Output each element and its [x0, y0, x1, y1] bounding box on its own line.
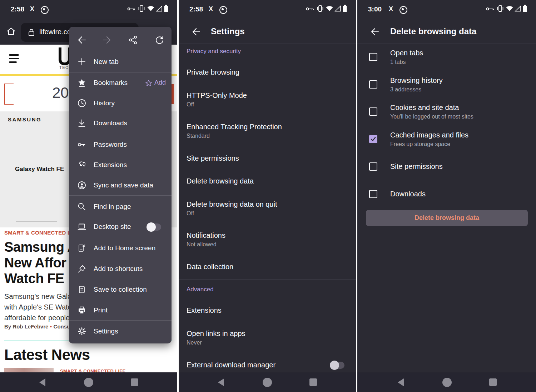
settings-screen: 2:58 X Settings Privacy and security Pri…	[179, 0, 356, 392]
article-kicker[interactable]: SMART & CONNECTED L	[4, 230, 71, 236]
article-headline-line2[interactable]: New Affor	[4, 255, 66, 271]
android-navbar	[0, 372, 177, 392]
checkbox-browsing-history[interactable]	[369, 80, 377, 89]
home-button[interactable]	[6, 26, 16, 36]
article-headline-line1[interactable]: Samsung A	[4, 239, 77, 255]
menu-divider	[69, 72, 172, 72]
menu-item-settings[interactable]: Settings	[69, 323, 172, 339]
settings-item-delete-browsing-data[interactable]: Delete browsing data	[187, 177, 254, 185]
delete-item-browsing-history[interactable]: Browsing history3 addresses	[390, 76, 443, 93]
settings-item-https-only[interactable]: HTTPS-Only ModeOff	[187, 91, 247, 108]
refresh-button[interactable]	[154, 35, 164, 45]
android-recents-button[interactable]	[131, 378, 138, 386]
android-recents-button[interactable]	[489, 378, 497, 386]
next-article-kicker: SMART & CONNECTED LIFE	[60, 368, 126, 372]
menu-item-find-in-page[interactable]: Find in page	[69, 199, 172, 215]
add-bookmark-button[interactable]: Add	[154, 79, 166, 86]
settings-item-open-links[interactable]: Open links in appsNever	[187, 330, 245, 346]
battery-status-icon	[522, 4, 527, 13]
android-home-button[interactable]	[84, 378, 93, 387]
menu-item-add-to-home[interactable]: Add to Home screen	[69, 240, 172, 256]
checkbox-downloads[interactable]	[369, 190, 377, 198]
search-icon	[77, 202, 86, 211]
back-button[interactable]	[191, 27, 201, 37]
settings-item-tracking-protection[interactable]: Enhanced Tracking ProtectionStandard	[187, 123, 282, 139]
article-body-line1: Samsung's new Galaxy	[4, 291, 79, 302]
android-navbar	[357, 372, 536, 392]
menu-item-desktop-site[interactable]: Desktop site	[69, 219, 172, 235]
menu-item-bookmarks[interactable]: Bookmarks Add	[69, 75, 172, 91]
settings-item-data-collection[interactable]: Data collection	[187, 263, 233, 271]
byline-author[interactable]: By Rob LeFebvre	[4, 323, 48, 330]
article-body-line2: with Apple's SE Watch	[4, 302, 75, 312]
android-back-button[interactable]	[38, 378, 46, 387]
key-status-icon	[486, 6, 495, 11]
next-article-row[interactable]: SMART & CONNECTED LIFE	[0, 368, 177, 372]
menu-item-downloads[interactable]: Downloads	[69, 115, 172, 131]
menu-item-new-tab[interactable]: New tab	[69, 54, 172, 70]
delete-item-downloads[interactable]: Downloads	[390, 190, 426, 198]
delete-item-cookies[interactable]: Cookies and site dataYou'll be logged ou…	[390, 104, 473, 120]
image-caption-line	[16, 221, 57, 222]
checkbox-cookies[interactable]	[369, 107, 377, 116]
menu-divider	[69, 320, 172, 321]
checkbox-cached-images[interactable]	[369, 135, 377, 143]
settings-item-site-permissions[interactable]: Site permissions	[187, 154, 239, 162]
menu-item-extensions[interactable]: Extensions	[69, 157, 172, 173]
product-name: Galaxy Watch FE	[15, 166, 64, 173]
desktop-site-toggle[interactable]	[148, 223, 161, 231]
hamburger-menu-icon[interactable]	[9, 54, 19, 56]
checkbox-site-permissions[interactable]	[369, 162, 377, 171]
add-bookmark-star-icon[interactable]	[145, 79, 153, 87]
delete-item-site-permissions[interactable]: Site permissions	[390, 162, 443, 171]
android-back-button[interactable]	[397, 378, 405, 387]
forward-button[interactable]	[102, 35, 112, 45]
menu-item-add-to-shortcuts[interactable]: Add to shortcuts	[69, 261, 172, 277]
settings-item-external-download-manager[interactable]: External download manager	[187, 361, 276, 369]
lock-icon	[27, 28, 36, 37]
settings-item-extensions[interactable]: Extensions	[187, 306, 222, 315]
battery-status-icon	[342, 4, 347, 13]
app-notification-icon	[399, 6, 407, 14]
collection-doc-icon	[77, 285, 86, 294]
printer-icon	[77, 306, 86, 315]
android-back-button[interactable]	[217, 378, 225, 387]
cell-signal-status-icon	[334, 5, 341, 12]
settings-item-private-browsing[interactable]: Private browsing	[187, 68, 239, 76]
checkbox-open-tabs[interactable]	[369, 53, 377, 61]
vibrate-status-icon	[317, 5, 324, 12]
menu-divider	[69, 195, 172, 196]
back-button[interactable]	[369, 27, 379, 37]
menu-item-save-to-collection[interactable]: Save to collection	[69, 282, 172, 297]
android-navbar	[179, 372, 356, 392]
checkmark-icon	[370, 136, 377, 142]
menu-item-history[interactable]: History	[69, 95, 172, 111]
article-headline-line3[interactable]: Watch FE	[4, 271, 64, 286]
key-status-icon	[127, 6, 136, 11]
back-button[interactable]	[76, 35, 86, 45]
android-recents-button[interactable]	[309, 378, 317, 386]
menu-item-print[interactable]: Print	[69, 302, 172, 318]
delete-item-open-tabs[interactable]: Open tabs1 tabs	[390, 49, 423, 65]
share-button[interactable]	[128, 35, 138, 45]
status-time: 2:58	[11, 5, 24, 13]
external-download-manager-toggle[interactable]	[331, 362, 344, 369]
delete-browsing-data-button[interactable]: Delete browsing data	[366, 210, 528, 226]
header-divider	[179, 44, 356, 44]
android-home-button[interactable]	[442, 378, 452, 387]
menu-item-sync[interactable]: Sync and save data	[69, 177, 172, 193]
key-icon	[77, 140, 86, 149]
headline-bracket-right	[172, 84, 174, 104]
wifi-status-icon	[506, 5, 513, 12]
android-home-button[interactable]	[263, 378, 272, 387]
menu-item-passwords[interactable]: Passwords	[69, 137, 172, 152]
settings-item-delete-on-quit[interactable]: Delete browsing data on quitOff	[187, 200, 277, 217]
settings-item-notifications[interactable]: NotificationsNot allowed	[187, 231, 225, 248]
bookmark-star-icon	[77, 78, 86, 87]
article-thumbnail	[4, 368, 54, 372]
latest-news-heading: Latest News	[4, 346, 90, 363]
cell-signal-status-icon	[155, 5, 163, 12]
gear-icon	[77, 327, 86, 336]
delete-item-cached-images[interactable]: Cached images and filesFrees up storage …	[390, 131, 468, 147]
headline-bracket-decoration	[4, 84, 14, 105]
